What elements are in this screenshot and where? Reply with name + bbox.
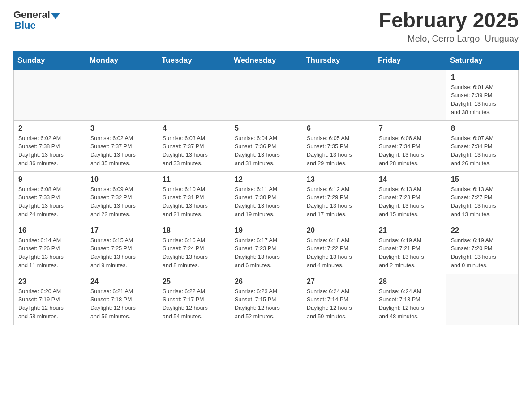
calendar-cell: 6Sunrise: 6:05 AM Sunset: 7:35 PM Daylig… — [302, 120, 374, 171]
weekday-header-tuesday: Tuesday — [158, 51, 230, 69]
day-number: 1 — [451, 73, 514, 81]
calendar-cell: 9Sunrise: 6:08 AM Sunset: 7:33 PM Daylig… — [14, 171, 86, 223]
weekday-header-monday: Monday — [86, 51, 158, 69]
calendar-cell — [14, 69, 86, 120]
day-info: Sunrise: 6:13 AM Sunset: 7:27 PM Dayligh… — [451, 185, 514, 219]
day-number: 25 — [163, 278, 225, 286]
day-number: 2 — [18, 124, 81, 133]
day-number: 23 — [18, 278, 81, 286]
calendar-cell: 21Sunrise: 6:19 AM Sunset: 7:21 PM Dayli… — [374, 223, 446, 274]
day-info: Sunrise: 6:04 AM Sunset: 7:36 PM Dayligh… — [235, 134, 297, 168]
day-info: Sunrise: 6:03 AM Sunset: 7:37 PM Dayligh… — [163, 134, 225, 168]
day-number: 19 — [235, 227, 297, 235]
day-info: Sunrise: 6:11 AM Sunset: 7:30 PM Dayligh… — [235, 185, 297, 219]
day-info: Sunrise: 6:02 AM Sunset: 7:38 PM Dayligh… — [18, 134, 81, 168]
week-row-4: 16Sunrise: 6:14 AM Sunset: 7:26 PM Dayli… — [14, 223, 519, 274]
logo-general: General — [13, 9, 50, 21]
calendar-cell: 18Sunrise: 6:16 AM Sunset: 7:24 PM Dayli… — [158, 223, 230, 274]
calendar-cell: 2Sunrise: 6:02 AM Sunset: 7:38 PM Daylig… — [14, 120, 86, 171]
title-section: February 2025 Melo, Cerro Largo, Uruguay — [379, 9, 519, 44]
day-number: 28 — [379, 278, 442, 286]
day-info: Sunrise: 6:06 AM Sunset: 7:34 PM Dayligh… — [379, 134, 442, 168]
day-number: 22 — [451, 227, 514, 235]
day-number: 27 — [307, 278, 369, 286]
day-number: 4 — [163, 124, 225, 133]
week-row-1: 1Sunrise: 6:01 AM Sunset: 7:39 PM Daylig… — [14, 69, 519, 120]
day-number: 8 — [451, 124, 514, 133]
day-info: Sunrise: 6:08 AM Sunset: 7:33 PM Dayligh… — [18, 185, 81, 219]
day-number: 3 — [90, 124, 153, 133]
logo-arrow-icon — [51, 13, 60, 19]
calendar-cell: 5Sunrise: 6:04 AM Sunset: 7:36 PM Daylig… — [230, 120, 302, 171]
day-info: Sunrise: 6:21 AM Sunset: 7:18 PM Dayligh… — [90, 287, 153, 321]
logo-blue: Blue — [14, 20, 36, 31]
calendar-cell: 12Sunrise: 6:11 AM Sunset: 7:30 PM Dayli… — [230, 171, 302, 223]
calendar-cell: 20Sunrise: 6:18 AM Sunset: 7:22 PM Dayli… — [302, 223, 374, 274]
calendar-cell: 22Sunrise: 6:19 AM Sunset: 7:20 PM Dayli… — [446, 223, 519, 274]
day-number: 17 — [90, 227, 153, 235]
day-info: Sunrise: 6:22 AM Sunset: 7:17 PM Dayligh… — [163, 287, 225, 321]
header-row: SundayMondayTuesdayWednesdayThursdayFrid… — [14, 51, 519, 69]
week-row-5: 23Sunrise: 6:20 AM Sunset: 7:19 PM Dayli… — [14, 274, 519, 325]
calendar-cell: 19Sunrise: 6:17 AM Sunset: 7:23 PM Dayli… — [230, 223, 302, 274]
day-number: 13 — [307, 176, 369, 184]
day-info: Sunrise: 6:13 AM Sunset: 7:28 PM Dayligh… — [379, 185, 442, 219]
day-number: 16 — [18, 227, 81, 235]
calendar-cell: 10Sunrise: 6:09 AM Sunset: 7:32 PM Dayli… — [86, 171, 158, 223]
day-number: 14 — [379, 176, 442, 184]
calendar-cell: 27Sunrise: 6:24 AM Sunset: 7:14 PM Dayli… — [302, 274, 374, 325]
weekday-header-thursday: Thursday — [302, 51, 374, 69]
calendar-cell: 1Sunrise: 6:01 AM Sunset: 7:39 PM Daylig… — [446, 69, 519, 120]
calendar-cell: 11Sunrise: 6:10 AM Sunset: 7:31 PM Dayli… — [158, 171, 230, 223]
calendar-table: SundayMondayTuesdayWednesdayThursdayFrid… — [13, 51, 519, 325]
calendar-cell: 23Sunrise: 6:20 AM Sunset: 7:19 PM Dayli… — [14, 274, 86, 325]
weekday-header-friday: Friday — [374, 51, 446, 69]
calendar-cell — [86, 69, 158, 120]
calendar-cell: 15Sunrise: 6:13 AM Sunset: 7:27 PM Dayli… — [446, 171, 519, 223]
calendar-cell — [302, 69, 374, 120]
day-number: 11 — [163, 176, 225, 184]
day-info: Sunrise: 6:23 AM Sunset: 7:15 PM Dayligh… — [235, 287, 297, 321]
day-number: 9 — [18, 176, 81, 184]
logo-text: General — [13, 9, 61, 21]
day-number: 12 — [235, 176, 297, 184]
calendar-cell: 13Sunrise: 6:12 AM Sunset: 7:29 PM Dayli… — [302, 171, 374, 223]
weekday-header-saturday: Saturday — [446, 51, 519, 69]
calendar-cell: 24Sunrise: 6:21 AM Sunset: 7:18 PM Dayli… — [86, 274, 158, 325]
calendar-title: February 2025 — [379, 9, 519, 32]
day-number: 24 — [90, 278, 153, 286]
calendar-cell: 7Sunrise: 6:06 AM Sunset: 7:34 PM Daylig… — [374, 120, 446, 171]
day-info: Sunrise: 6:07 AM Sunset: 7:34 PM Dayligh… — [451, 134, 514, 168]
day-info: Sunrise: 6:17 AM Sunset: 7:23 PM Dayligh… — [235, 236, 297, 270]
page-header: General Blue February 2025 Melo, Cerro L… — [13, 9, 519, 44]
calendar-subtitle: Melo, Cerro Largo, Uruguay — [379, 34, 519, 44]
day-number: 21 — [379, 227, 442, 235]
day-info: Sunrise: 6:01 AM Sunset: 7:39 PM Dayligh… — [451, 83, 514, 117]
day-number: 5 — [235, 124, 297, 133]
calendar-cell: 16Sunrise: 6:14 AM Sunset: 7:26 PM Dayli… — [14, 223, 86, 274]
weekday-header-sunday: Sunday — [14, 51, 86, 69]
day-info: Sunrise: 6:10 AM Sunset: 7:31 PM Dayligh… — [163, 185, 225, 219]
calendar-cell — [158, 69, 230, 120]
calendar-cell: 14Sunrise: 6:13 AM Sunset: 7:28 PM Dayli… — [374, 171, 446, 223]
calendar-cell — [230, 69, 302, 120]
day-number: 20 — [307, 227, 369, 235]
day-number: 18 — [163, 227, 225, 235]
weekday-header-wednesday: Wednesday — [230, 51, 302, 69]
day-number: 7 — [379, 124, 442, 133]
day-info: Sunrise: 6:12 AM Sunset: 7:29 PM Dayligh… — [307, 185, 369, 219]
calendar-cell — [374, 69, 446, 120]
day-info: Sunrise: 6:19 AM Sunset: 7:21 PM Dayligh… — [379, 236, 442, 270]
day-info: Sunrise: 6:09 AM Sunset: 7:32 PM Dayligh… — [90, 185, 153, 219]
day-info: Sunrise: 6:02 AM Sunset: 7:37 PM Dayligh… — [90, 134, 153, 168]
calendar-cell — [446, 274, 519, 325]
day-number: 10 — [90, 176, 153, 184]
calendar-cell: 3Sunrise: 6:02 AM Sunset: 7:37 PM Daylig… — [86, 120, 158, 171]
day-info: Sunrise: 6:20 AM Sunset: 7:19 PM Dayligh… — [18, 287, 81, 321]
calendar-cell: 4Sunrise: 6:03 AM Sunset: 7:37 PM Daylig… — [158, 120, 230, 171]
calendar-cell: 17Sunrise: 6:15 AM Sunset: 7:25 PM Dayli… — [86, 223, 158, 274]
calendar-cell: 28Sunrise: 6:24 AM Sunset: 7:13 PM Dayli… — [374, 274, 446, 325]
day-info: Sunrise: 6:14 AM Sunset: 7:26 PM Dayligh… — [18, 236, 81, 270]
calendar-cell: 26Sunrise: 6:23 AM Sunset: 7:15 PM Dayli… — [230, 274, 302, 325]
day-number: 15 — [451, 176, 514, 184]
